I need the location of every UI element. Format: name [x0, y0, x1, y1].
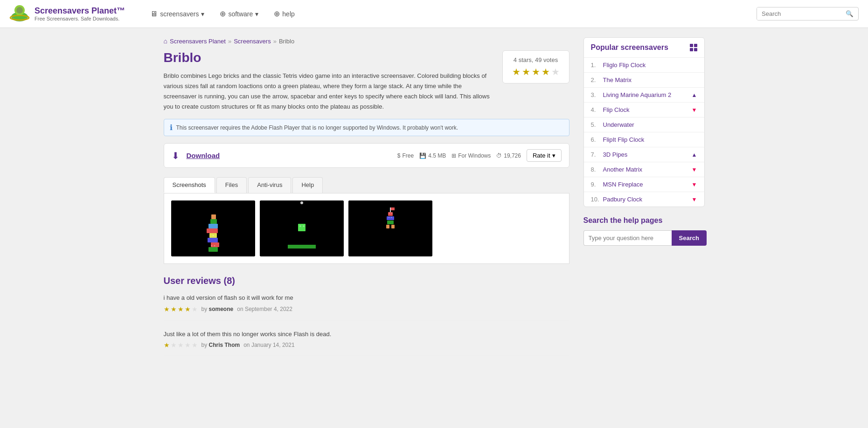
download-link[interactable]: Download [187, 152, 220, 159]
svg-rect-30 [387, 221, 394, 224]
file-icon: 💾 [419, 152, 426, 159]
trend-down-icon: ▼ [692, 166, 697, 173]
logo-text: Screensavers Planet™ Free Screensavers. … [35, 6, 125, 21]
windows-icon [690, 44, 697, 51]
site-header: Screensavers Planet™ Free Screensavers. … [0, 0, 868, 28]
screenshot-3[interactable] [348, 200, 432, 256]
list-item: 1. Fliglo Flip Clock [584, 57, 704, 72]
svg-point-15 [214, 245, 215, 247]
screenshots-container [164, 193, 569, 264]
list-item: 2. The Matrix [584, 72, 704, 87]
popular-link[interactable]: 3D Pipes [603, 151, 688, 158]
breadcrumb-parent-link[interactable]: Screensavers [234, 38, 271, 45]
nav-screensavers[interactable]: 🖥 screensavers ▾ [144, 6, 211, 22]
rating-stars: ★ ★ ★ ★ ★ [512, 66, 560, 77]
screenshot-2[interactable] [260, 200, 344, 256]
popular-link[interactable]: The Matrix [603, 76, 697, 83]
nav-software[interactable]: ⊕ software ▾ [213, 6, 265, 22]
site-logo[interactable]: Screensavers Planet™ Free Screensavers. … [9, 4, 125, 24]
search-button[interactable]: 🔍 [841, 7, 858, 20]
clock-icon: ⏱ [496, 152, 502, 159]
svg-rect-6 [208, 247, 218, 252]
trend-down-icon: ▼ [692, 181, 697, 188]
screenshot-1[interactable] [171, 200, 255, 256]
content-area: ⌂ Screensavers Planet » Screensavers » B… [164, 37, 569, 366]
download-count: ⏱ 19,726 [496, 152, 521, 159]
popular-list: 1. Fliglo Flip Clock 2. The Matrix 3. Li… [584, 57, 704, 207]
screenshot-3-image [348, 200, 432, 256]
svg-rect-12 [210, 219, 217, 224]
screenshot-1-image [171, 200, 255, 256]
trend-down-icon: ▼ [692, 196, 697, 203]
download-icon: ⬇ [172, 150, 180, 161]
popular-link[interactable]: Fliglo Flip Clock [603, 62, 697, 69]
tab-antivirus[interactable]: Anti-virus [248, 177, 291, 193]
review-stars: ★ ★ ★ ★ ★ [164, 341, 198, 349]
list-item: 4. Flip Clock ▼ [584, 102, 704, 117]
trend-up-icon: ▲ [692, 92, 697, 98]
svg-point-16 [212, 235, 214, 236]
star-1: ★ [512, 66, 521, 77]
chevron-down-icon: ▾ [255, 10, 258, 18]
star-2: ★ [522, 66, 530, 77]
nav-help[interactable]: ⊕ help [267, 6, 301, 22]
file-size: 💾 4.5 MB [419, 152, 446, 159]
breadcrumb-home-link[interactable]: Screensavers Planet [170, 38, 226, 45]
download-bar: ⬇ Download $ Free 💾 4.5 MB ⊞ For Windows… [164, 143, 569, 168]
sidebar: Popular screensavers 1. Fliglo Flip Cloc… [583, 37, 705, 366]
review-author: someone [209, 306, 234, 312]
help-search-button[interactable]: Search [672, 230, 707, 246]
software-icon: ⊕ [220, 9, 226, 18]
popular-link[interactable]: FlipIt Flip Clock [603, 136, 697, 143]
list-item: 3. Living Marine Aquarium 2 ▲ [584, 87, 704, 102]
popular-link[interactable]: Padbury Clock [603, 196, 688, 203]
home-icon: ⌂ [164, 37, 167, 45]
search-input[interactable] [757, 7, 841, 20]
tab-help[interactable]: Help [292, 177, 323, 193]
review-author: Chris Thom [209, 342, 240, 348]
review-meta: ★ ★ ★ ★ ★ by someone on September 4, 202… [164, 305, 569, 313]
help-icon: ⊕ [274, 9, 280, 18]
windows-icon: ⊞ [451, 152, 456, 159]
chevron-down-icon: ▾ [201, 10, 204, 18]
popular-screensavers-section: Popular screensavers 1. Fliglo Flip Cloc… [583, 37, 705, 207]
review-text: i have a old version of flash so it will… [164, 293, 569, 303]
svg-rect-7 [211, 242, 219, 247]
header-search: 🔍 [757, 7, 859, 21]
site-name: Screensavers Planet™ [35, 6, 125, 16]
review-item: i have a old version of flash so it will… [164, 293, 569, 320]
svg-rect-33 [390, 207, 391, 212]
list-item: 7. 3D Pipes ▲ [584, 147, 704, 162]
svg-point-29 [390, 217, 391, 218]
tab-screenshots[interactable]: Screenshots [164, 177, 215, 193]
main-nav: 🖥 screensavers ▾ ⊕ software ▾ ⊕ help [144, 6, 747, 22]
sidebar-popular-title: Popular screensavers [591, 43, 668, 52]
review-date: September 4, 2022 [245, 306, 292, 312]
reviews-title: User reviews (8) [164, 276, 569, 286]
svg-rect-32 [391, 225, 395, 228]
help-search-input[interactable] [583, 230, 672, 246]
svg-point-26 [391, 213, 392, 214]
logo-icon [9, 4, 30, 24]
svg-rect-27 [387, 216, 394, 220]
popular-link[interactable]: Another Matrix [603, 166, 688, 173]
list-item: 10. Padbury Clock ▼ [584, 192, 704, 207]
rate-button[interactable]: Rate it ▾ [527, 149, 562, 162]
help-search-section: Search the help pages Search [583, 216, 705, 246]
popular-link[interactable]: Living Marine Aquarium 2 [603, 91, 688, 98]
popular-link[interactable]: MSN Fireplace [603, 181, 688, 188]
svg-rect-18 [288, 245, 316, 249]
breadcrumb-current: Briblo [279, 38, 294, 45]
svg-point-21 [303, 225, 305, 227]
reviews-section: User reviews (8) i have a old version of… [164, 276, 569, 356]
review-item: Just like a lot of them this no longer w… [164, 330, 569, 357]
svg-rect-19 [298, 224, 306, 231]
popular-link[interactable]: Underwater [603, 121, 697, 128]
tab-files[interactable]: Files [216, 177, 247, 193]
trend-down-icon: ▼ [692, 107, 697, 113]
search-icon: 🔍 [846, 10, 854, 17]
review-text: Just like a lot of them this no longer w… [164, 330, 569, 339]
svg-point-4 [16, 7, 23, 14]
star-4: ★ [542, 66, 550, 77]
popular-link[interactable]: Flip Clock [603, 106, 688, 113]
